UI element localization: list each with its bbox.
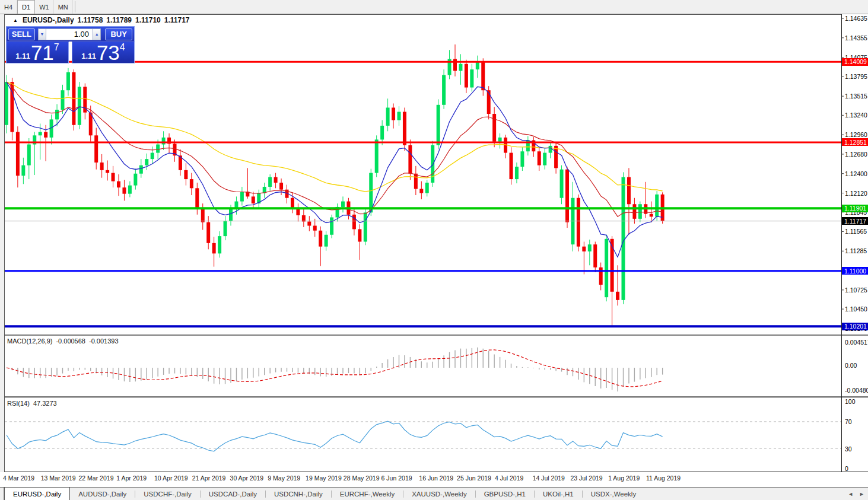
- date-label: 22 Mar 2019: [79, 474, 114, 482]
- price-tick-label: 1.10450: [845, 305, 867, 313]
- ohlc-high: 1.11789: [106, 16, 132, 24]
- date-label: 16 Jun 2019: [419, 474, 453, 482]
- ask-big-digits: 73: [97, 43, 120, 62]
- level-price-label: 1.10201: [842, 323, 868, 330]
- date-axis[interactable]: 4 Mar 201913 Mar 201922 Mar 20191 Apr 20…: [0, 472, 868, 486]
- ask-pip-digit: 4: [120, 43, 125, 52]
- timeframe-button-d1[interactable]: D1: [17, 0, 35, 14]
- chart-tab-xauusd[interactable]: XAUUSD-,Weekly: [403, 488, 475, 500]
- date-label: 4 Jul 2019: [495, 474, 523, 482]
- one-click-trading-widget: SELL ▼ ▲ BUY 1.11 71 7 1.11 73 4: [6, 26, 135, 63]
- rsi-axis-label: 0: [845, 465, 848, 472]
- bid-prefix: 1.11: [15, 50, 30, 62]
- date-label: 4 Mar 2019: [3, 474, 34, 482]
- buy-button[interactable]: BUY: [105, 28, 132, 40]
- chart-tab-ukoil[interactable]: UKOil-,H1: [535, 488, 582, 500]
- trading-terminal: H4D1W1MN ▲ EURUSD-,Daily 1.11758 1.11789…: [0, 0, 868, 500]
- date-label: 30 Apr 2019: [230, 474, 264, 482]
- chart-tab-eurchf[interactable]: EURCHF-,Weekly: [332, 488, 403, 500]
- date-label: 1 Apr 2019: [116, 474, 147, 482]
- date-label: 6 Jun 2019: [381, 474, 412, 482]
- price-tick-label: 1.12400: [845, 170, 867, 177]
- chart-tab-usdchf[interactable]: USDCHF-,Daily: [135, 488, 200, 500]
- timeframe-button-h4[interactable]: H4: [0, 0, 17, 14]
- rsi-name: RSI(14): [7, 400, 30, 407]
- price-tick-label: 1.14635: [845, 15, 867, 22]
- level-price-label: 1.12851: [842, 138, 868, 146]
- date-label: 23 Jul 2019: [570, 474, 602, 482]
- volume-decrease-button[interactable]: ▼: [38, 28, 46, 40]
- price-tick-label: 1.12960: [845, 131, 867, 138]
- date-label: 19 May 2019: [306, 474, 342, 482]
- price-tick-label: 1.12120: [845, 190, 867, 197]
- price-tick-label: 1.11565: [845, 228, 867, 235]
- timeframe-button-mn[interactable]: MN: [54, 0, 73, 14]
- tab-scroll-right-icon[interactable]: ►: [859, 491, 864, 497]
- macd-axis-label: 0.004517: [845, 339, 868, 346]
- tab-bar-lead: [0, 488, 4, 500]
- date-label: 11 Aug 2019: [646, 474, 681, 482]
- bid-pip-digit: 7: [54, 43, 59, 52]
- date-label: 9 May 2019: [268, 474, 300, 482]
- trade-controls-row: SELL ▼ ▲ BUY: [6, 26, 135, 42]
- price-tick-label: 1.13240: [845, 112, 867, 119]
- ohlc-open: 1.11758: [78, 16, 103, 24]
- collapse-icon[interactable]: ▲: [13, 18, 18, 23]
- ask-prefix: 1.11: [81, 50, 96, 62]
- timeframe-button-w1[interactable]: W1: [35, 0, 54, 14]
- rsi-axis-label: 70: [845, 418, 852, 425]
- window-left-strip: [0, 0, 4, 472]
- date-label: 13 Mar 2019: [41, 474, 76, 482]
- date-label: 14 Jul 2019: [533, 474, 565, 482]
- bid-big-digits: 71: [31, 43, 54, 62]
- price-axis[interactable]: 1.146351.143551.140751.137951.135151.132…: [842, 14, 868, 486]
- date-label: 21 Apr 2019: [192, 474, 226, 482]
- chart-tab-audusd[interactable]: AUDUSD-,Daily: [70, 488, 135, 500]
- level-price-label: 1.14009: [842, 58, 868, 66]
- ohlc-close: 1.11717: [164, 16, 190, 24]
- macd-label: MACD(12,26,9) -0.000568 -0.001393: [7, 337, 119, 345]
- volume-input[interactable]: [46, 28, 93, 40]
- toolbar-separator: [75, 1, 75, 12]
- date-label: 25 Jun 2019: [457, 474, 491, 482]
- price-tick-label: 1.13795: [845, 73, 867, 80]
- chart-symbol-label: EURUSD-,Daily: [23, 16, 74, 24]
- chart-tab-usdcad[interactable]: USDCAD-,Daily: [201, 488, 265, 500]
- chart-tab-bar: EURUSD-,DailyAUDUSD-,DailyUSDCHF-,DailyU…: [0, 487, 868, 500]
- macd-name: MACD(12,26,9): [7, 337, 52, 345]
- current-price-label: 1.11717: [842, 217, 868, 225]
- bid-price-box[interactable]: 1.11 71 7: [6, 42, 69, 63]
- tab-scroll-left-icon[interactable]: ◄: [848, 491, 853, 497]
- price-tick-label: 1.10725: [845, 286, 867, 294]
- price-tick-label: 1.14355: [845, 34, 867, 42]
- tab-scroll-arrows: ◄►: [848, 488, 864, 500]
- sell-button[interactable]: SELL: [8, 28, 35, 40]
- price-tick-label: 1.12680: [845, 151, 867, 158]
- ohlc-low: 1.11710: [135, 16, 161, 24]
- macd-axis-label: 0.00: [845, 362, 857, 369]
- level-price-label: 1.11901: [842, 205, 868, 212]
- macd-main-value: -0.000568: [56, 337, 85, 345]
- ask-price-box[interactable]: 1.11 73 4: [72, 42, 135, 63]
- price-tick-label: 1.13515: [845, 93, 867, 100]
- rsi-label: RSI(14) 47.3273: [7, 400, 57, 407]
- rsi-axis-label: 30: [845, 445, 852, 453]
- date-label: 10 Apr 2019: [154, 474, 188, 482]
- level-price-label: 1.11000: [842, 267, 868, 275]
- price-tick-label: 1.11285: [845, 247, 867, 254]
- chart-tab-eurusd[interactable]: EURUSD-,Daily: [4, 487, 70, 500]
- date-label: 1 Aug 2019: [608, 474, 640, 482]
- volume-increase-button[interactable]: ▲: [93, 28, 101, 40]
- rsi-value: 47.3273: [33, 400, 57, 407]
- macd-axis-label: -0.004806: [845, 387, 868, 394]
- chart-tab-usdx[interactable]: USDX-,Weekly: [583, 488, 644, 500]
- chart-tab-gbpusd[interactable]: GBPUSD-,H1: [476, 488, 534, 500]
- timeframe-toolbar: H4D1W1MN: [0, 0, 868, 14]
- bid-ask-row: 1.11 71 7 1.11 73 4: [6, 42, 135, 63]
- chart-tab-usdcnh[interactable]: USDCNH-,Daily: [266, 488, 331, 500]
- rsi-axis-label: 100: [845, 398, 856, 405]
- macd-signal-value: -0.001393: [89, 337, 119, 345]
- date-label: 28 May 2019: [344, 474, 380, 482]
- chart-canvas[interactable]: [0, 0, 868, 500]
- chart-title: ▲ EURUSD-,Daily 1.11758 1.11789 1.11710 …: [13, 16, 189, 24]
